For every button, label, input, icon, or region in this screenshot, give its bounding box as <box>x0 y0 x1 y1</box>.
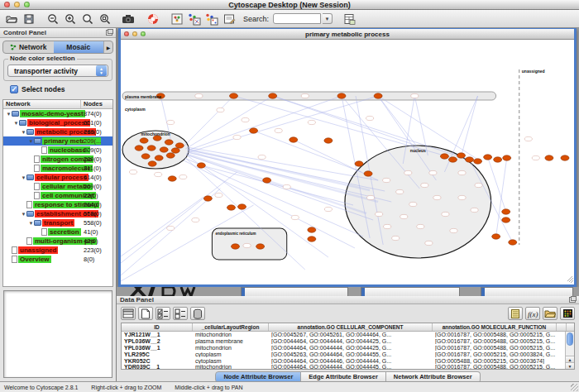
network-node-label[interactable] <box>458 170 466 174</box>
network-node[interactable] <box>147 146 156 151</box>
network-node[interactable] <box>171 148 179 153</box>
attribute-batch-icon[interactable] <box>508 307 523 320</box>
delete-attribute-icon[interactable] <box>190 307 205 320</box>
network-node[interactable] <box>457 153 465 158</box>
table-row[interactable]: YKR052Ccytoplasm[GO:0044464, GO:0044446,… <box>122 357 574 364</box>
table-column-header[interactable]: ID <box>122 323 193 331</box>
network-node-label[interactable] <box>179 174 187 179</box>
network-edge[interactable] <box>185 96 272 149</box>
tab-overflow-icon[interactable]: ▶ <box>103 41 112 53</box>
tree-row[interactable]: ▼transport558(0) <box>3 218 112 227</box>
zoom-selected-icon[interactable] <box>79 12 95 26</box>
network-node[interactable] <box>229 93 237 98</box>
network-node-label[interactable] <box>417 224 424 228</box>
vizmapper-icon[interactable] <box>169 12 184 26</box>
scroll-up-icon[interactable]: ▲ <box>566 356 574 362</box>
network-node-label[interactable] <box>376 212 383 216</box>
network-edge[interactable] <box>189 96 378 152</box>
network-node[interactable] <box>324 138 333 143</box>
network-node-label[interactable] <box>192 218 199 222</box>
network-node-label[interactable] <box>433 195 441 199</box>
tree-row[interactable]: ▼primary metabo209(... <box>3 136 112 146</box>
network-node-label[interactable] <box>421 183 428 187</box>
network-node-label[interactable] <box>129 170 136 174</box>
background-window-fragment[interactable] <box>481 287 573 296</box>
network-node-label[interactable] <box>215 193 223 197</box>
network-node[interactable] <box>337 93 346 98</box>
network-edge[interactable] <box>273 96 470 160</box>
network-node-label[interactable] <box>475 183 482 187</box>
network-node[interactable] <box>364 171 372 176</box>
snapshot-icon[interactable] <box>121 12 136 26</box>
network-edge[interactable] <box>201 165 353 205</box>
table-row[interactable]: YPL036W__2plasma membrane[GO:0044464, GO… <box>122 338 574 345</box>
network-edge[interactable] <box>462 96 478 156</box>
network-node-label[interactable] <box>411 93 419 98</box>
open-file-icon[interactable] <box>3 12 19 26</box>
network-node-label[interactable] <box>291 215 299 219</box>
network-node-label[interactable] <box>242 117 249 122</box>
birds-eye-view[interactable] <box>3 290 112 378</box>
zoom-fit-icon[interactable] <box>97 12 112 26</box>
network-node[interactable] <box>231 244 239 249</box>
network-node-label[interactable] <box>233 135 241 139</box>
tree-row[interactable]: nitrogen compo209(0) <box>3 155 112 164</box>
float-panel-icon[interactable] <box>569 297 576 303</box>
tree-row[interactable]: multi-organism pro42(0) <box>3 237 112 246</box>
network-node[interactable] <box>227 205 235 210</box>
tab-network-attribute-browser[interactable]: Network Attribute Browser <box>386 371 481 381</box>
network-node[interactable] <box>466 157 474 162</box>
tree-row[interactable]: secretion41(0) <box>3 227 112 237</box>
table-row[interactable]: YJR121W__1mitochondrion[GO:0045267, GO:0… <box>122 332 574 338</box>
tree-row[interactable]: ▼establishment of lo558(0) <box>3 209 112 218</box>
network-node[interactable] <box>448 157 457 162</box>
tree-row[interactable]: ▼metabolic process280(0) <box>3 127 112 136</box>
network-canvas[interactable]: plasma membranecytoplasmmitochondrionnuc… <box>121 40 574 284</box>
network-node-label[interactable] <box>532 155 539 160</box>
tree-row[interactable]: ▼biological_process651(0) <box>3 118 112 127</box>
network-node-label[interactable] <box>524 136 532 141</box>
tree-row[interactable]: ▼mosaic-demo-yeast874(0) <box>3 109 112 118</box>
table-row[interactable]: YLR295Ccytoplasm[GO:0045263, GO:0044464,… <box>122 351 574 357</box>
expand-triangle-icon[interactable]: ▼ <box>28 221 34 226</box>
network-node-label[interactable] <box>283 184 290 189</box>
table-column-header[interactable]: annotation.GO MOLECULAR_FUNCTION <box>433 323 557 331</box>
table-column-header[interactable]: _cellularLayoutRegion <box>193 323 269 331</box>
network-node[interactable] <box>374 93 382 98</box>
annotation-icon[interactable] <box>221 12 237 26</box>
network-node[interactable] <box>494 157 502 162</box>
network-node-label[interactable] <box>366 116 373 120</box>
network-node[interactable] <box>160 147 168 152</box>
tree-row[interactable]: cell communicat22(0) <box>3 191 112 200</box>
network-node-label[interactable] <box>392 236 400 240</box>
network-node-label[interactable] <box>275 128 282 132</box>
layout-networks-icon[interactable] <box>186 12 202 26</box>
network-node-label[interactable] <box>442 212 449 216</box>
plasma-membrane-region[interactable] <box>122 92 496 100</box>
zoom-in-icon[interactable] <box>62 12 78 26</box>
float-panel-icon[interactable] <box>106 30 112 36</box>
network-edge[interactable] <box>121 197 203 256</box>
scrollbar-thumb[interactable] <box>567 332 573 346</box>
network-node-label[interactable] <box>404 170 412 174</box>
network-node-label[interactable] <box>366 195 374 199</box>
network-node[interactable] <box>509 240 517 245</box>
tab-node-attribute-browser[interactable]: Node Attribute Browser <box>215 371 301 381</box>
import-table-icon[interactable] <box>341 12 356 26</box>
network-node-label[interactable] <box>425 241 433 245</box>
help-icon[interactable] <box>145 12 160 26</box>
network-node-label[interactable] <box>396 189 404 194</box>
network-node[interactable] <box>168 176 176 181</box>
table-vertical-scrollbar[interactable]: ▲ ▼ <box>565 332 574 369</box>
network-node-label[interactable] <box>471 208 478 212</box>
network-node-label[interactable] <box>167 226 175 230</box>
select-attributes-icon[interactable] <box>156 307 170 320</box>
network-node[interactable] <box>502 218 510 222</box>
network-node[interactable] <box>166 153 175 158</box>
expand-triangle-icon[interactable]: ▼ <box>21 212 26 217</box>
network-node[interactable] <box>484 155 492 160</box>
network-node-label[interactable] <box>450 228 457 232</box>
network-node[interactable] <box>561 155 569 160</box>
network-node[interactable] <box>155 155 163 160</box>
tree-row[interactable]: ▼cellular process614(0) <box>3 173 112 182</box>
